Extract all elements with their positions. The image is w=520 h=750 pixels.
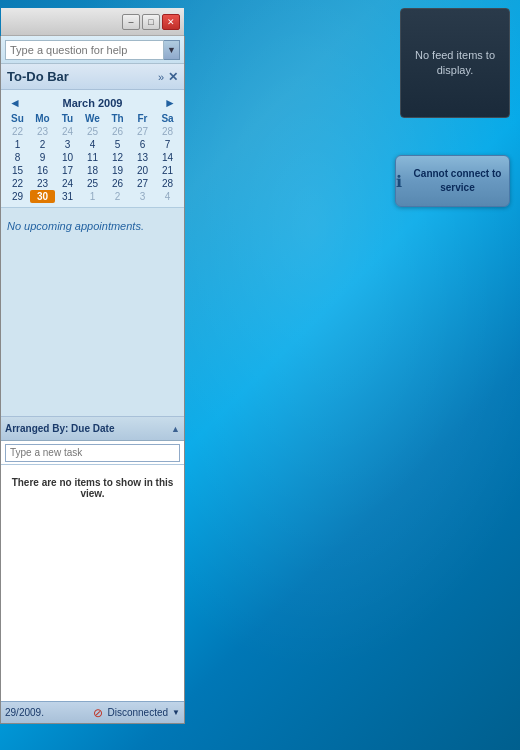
calendar-day[interactable]: 1 xyxy=(5,138,30,151)
search-input[interactable] xyxy=(5,40,164,60)
calendar-day[interactable]: 23 xyxy=(30,177,55,190)
calendar-day[interactable]: 10 xyxy=(55,151,80,164)
calendar-day[interactable]: 1 xyxy=(80,190,105,203)
day-header-we: We xyxy=(80,112,105,125)
calendar-day[interactable]: 17 xyxy=(55,164,80,177)
calendar-day[interactable]: 26 xyxy=(105,125,130,138)
disconnected-icon: ⊘ xyxy=(93,706,103,720)
calendar-day[interactable]: 31 xyxy=(55,190,80,203)
calendar-day[interactable]: 14 xyxy=(155,151,180,164)
calendar-day[interactable]: 30 xyxy=(30,190,55,203)
calendar-day[interactable]: 6 xyxy=(130,138,155,151)
status-dropdown-arrow[interactable]: ▼ xyxy=(172,708,180,717)
day-header-sa: Sa xyxy=(155,112,180,125)
calendar-month-label: March 2009 xyxy=(63,97,123,109)
calendar-day[interactable]: 22 xyxy=(5,125,30,138)
close-button[interactable]: ✕ xyxy=(162,14,180,30)
appointments-section: No upcoming appointments. xyxy=(1,208,184,416)
calendar-day[interactable]: 16 xyxy=(30,164,55,177)
calendar-day[interactable]: 9 xyxy=(30,151,55,164)
status-date: 29/2009. xyxy=(5,707,89,718)
day-header-mo: Mo xyxy=(30,112,55,125)
todo-bar-header: To-Do Bar » ✕ xyxy=(1,64,184,90)
day-header-fr: Fr xyxy=(130,112,155,125)
calendar-day[interactable]: 3 xyxy=(130,190,155,203)
search-dropdown-button[interactable]: ▼ xyxy=(164,40,180,60)
calendar-day[interactable]: 12 xyxy=(105,151,130,164)
day-header-su: Su xyxy=(5,112,30,125)
calendar-prev-button[interactable]: ◄ xyxy=(5,96,25,110)
outlook-window: – □ ✕ ▼ To-Do Bar » ✕ ◄ March 2009 ► xyxy=(0,36,185,724)
calendar-day[interactable]: 27 xyxy=(130,125,155,138)
calendar-day[interactable]: 2 xyxy=(105,190,130,203)
calendar-day[interactable]: 3 xyxy=(55,138,80,151)
connect-text: Cannot connect to service xyxy=(406,167,509,195)
calendar-day[interactable]: 26 xyxy=(105,177,130,190)
feed-panel: No feed items to display. xyxy=(400,8,510,118)
task-scroll-up-button[interactable]: ▲ xyxy=(171,424,180,434)
calendar-day[interactable]: 13 xyxy=(130,151,155,164)
calendar-day[interactable]: 7 xyxy=(155,138,180,151)
task-scroll-controls: ▲ xyxy=(171,424,180,434)
calendar-day[interactable]: 8 xyxy=(5,151,30,164)
connect-panel[interactable]: ℹ Cannot connect to service xyxy=(395,155,510,207)
search-bar: ▼ xyxy=(1,36,184,64)
calendar-day[interactable]: 11 xyxy=(80,151,105,164)
new-task-input[interactable] xyxy=(5,444,180,462)
todo-header-icons: » ✕ xyxy=(158,70,178,84)
minimize-button[interactable]: – xyxy=(122,14,140,30)
close-icon[interactable]: ✕ xyxy=(168,70,178,84)
task-arranged-by-label: Arranged By: Due Date xyxy=(5,423,114,434)
calendar-day[interactable]: 23 xyxy=(30,125,55,138)
calendar-day[interactable]: 4 xyxy=(80,138,105,151)
status-bar: 29/2009. ⊘ Disconnected ▼ xyxy=(1,701,184,723)
feed-text: No feed items to display. xyxy=(401,48,509,79)
title-bar: – □ ✕ xyxy=(1,8,184,36)
no-appointments-text: No upcoming appointments. xyxy=(7,220,144,232)
calendar-day[interactable]: 22 xyxy=(5,177,30,190)
calendar-day[interactable]: 21 xyxy=(155,164,180,177)
title-bar-buttons: – □ ✕ xyxy=(122,14,180,30)
task-input-row xyxy=(1,441,184,465)
calendar-day[interactable]: 18 xyxy=(80,164,105,177)
calendar-day[interactable]: 25 xyxy=(80,177,105,190)
calendar-day[interactable]: 4 xyxy=(155,190,180,203)
todo-bar-title: To-Do Bar xyxy=(7,69,69,84)
connection-status-label[interactable]: Disconnected xyxy=(107,707,168,718)
task-section: Arranged By: Due Date ▲ There are no ite… xyxy=(1,416,184,701)
calendar-day[interactable]: 28 xyxy=(155,177,180,190)
calendar-day[interactable]: 20 xyxy=(130,164,155,177)
calendar-day[interactable]: 27 xyxy=(130,177,155,190)
calendar-grid: Su Mo Tu We Th Fr Sa 2223242526272812345… xyxy=(5,112,180,203)
info-icon: ℹ xyxy=(396,172,402,191)
calendar-day[interactable]: 25 xyxy=(80,125,105,138)
calendar-day[interactable]: 2 xyxy=(30,138,55,151)
calendar-day[interactable]: 19 xyxy=(105,164,130,177)
calendar-day[interactable]: 24 xyxy=(55,177,80,190)
calendar-day[interactable]: 29 xyxy=(5,190,30,203)
calendar-next-button[interactable]: ► xyxy=(160,96,180,110)
calendar-day[interactable]: 24 xyxy=(55,125,80,138)
calendar-day[interactable]: 28 xyxy=(155,125,180,138)
task-empty-message: There are no items to show in this view. xyxy=(1,465,184,511)
todo-bar: To-Do Bar » ✕ ◄ March 2009 ► Su Mo Tu We xyxy=(1,64,184,701)
calendar-section: ◄ March 2009 ► Su Mo Tu We Th Fr Sa xyxy=(1,90,184,208)
task-header: Arranged By: Due Date ▲ xyxy=(1,417,184,441)
maximize-button[interactable]: □ xyxy=(142,14,160,30)
calendar-nav: ◄ March 2009 ► xyxy=(5,94,180,112)
calendar-day[interactable]: 15 xyxy=(5,164,30,177)
calendar-day[interactable]: 5 xyxy=(105,138,130,151)
day-header-th: Th xyxy=(105,112,130,125)
day-header-tu: Tu xyxy=(55,112,80,125)
expand-icon[interactable]: » xyxy=(158,71,164,83)
task-body: There are no items to show in this view. xyxy=(1,465,184,701)
